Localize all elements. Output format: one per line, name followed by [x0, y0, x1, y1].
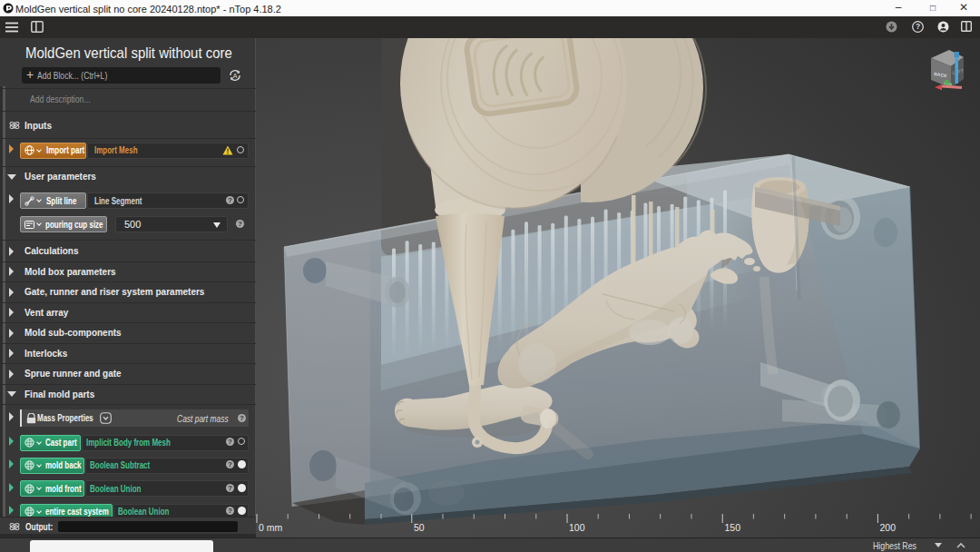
svg-text:A: A — [233, 73, 238, 79]
svg-text:0 mm: 0 mm — [259, 522, 283, 533]
svg-text:200: 200 — [880, 522, 897, 533]
svg-text:150: 150 — [725, 522, 741, 533]
svg-text:?: ? — [916, 22, 920, 31]
svg-text:100: 100 — [569, 522, 585, 533]
svg-text:50: 50 — [414, 522, 425, 533]
